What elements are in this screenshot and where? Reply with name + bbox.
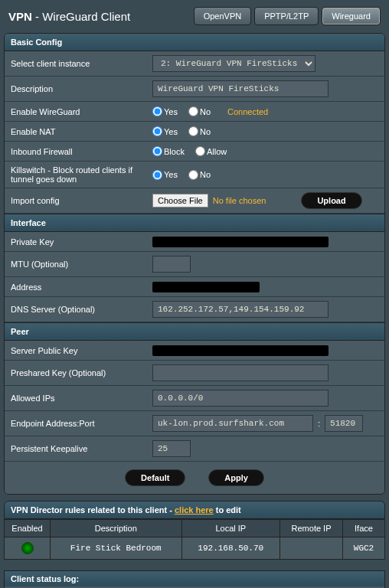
- killswitch-no[interactable]: [188, 170, 198, 180]
- mtu-label: MTU (Optional): [11, 260, 152, 269]
- private-key-input[interactable]: [152, 237, 329, 247]
- log-heading: Client status log:: [5, 571, 384, 586]
- col-description: Description: [51, 520, 182, 537]
- col-local-ip: Local IP: [181, 520, 280, 537]
- allowed-ips-label: Allowed IPs: [11, 394, 152, 403]
- dns-label: DNS Server (Optional): [11, 305, 152, 314]
- connection-status: Connected: [227, 107, 268, 116]
- enable-wg-no[interactable]: [188, 106, 198, 116]
- enable-toggle-icon[interactable]: [21, 542, 34, 554]
- col-enabled: Enabled: [5, 520, 51, 537]
- endpoint-host-input[interactable]: [152, 415, 313, 432]
- file-status: No file chosen: [213, 196, 266, 205]
- section-interface: Interface: [5, 214, 384, 232]
- psk-label: Preshared Key (Optional): [11, 368, 152, 377]
- endpoint-port-input[interactable]: [325, 415, 363, 432]
- choose-file-button[interactable]: Choose File: [152, 194, 208, 207]
- endpoint-label: Endpoint Address:Port: [11, 419, 152, 428]
- instance-select[interactable]: 2: WireGuard VPN FireSticks: [152, 55, 315, 72]
- log-panel: Client status log: interface: wgc2 publi…: [4, 570, 385, 588]
- config-panel: Basic Config Select client instance 2: W…: [4, 33, 385, 495]
- protocol-tabs: OpenVPN PPTP/L2TP Wireguard: [194, 7, 381, 25]
- director-table: Enabled Description Local IP Remote IP I…: [4, 519, 385, 560]
- row-iface: WGC2: [343, 537, 385, 560]
- enable-nat-yes[interactable]: [152, 126, 162, 136]
- dns-input[interactable]: [152, 301, 329, 318]
- section-basic: Basic Config: [5, 34, 384, 51]
- keepalive-label: Persistent Keepalive: [11, 444, 152, 453]
- instance-label: Select client instance: [11, 59, 152, 68]
- address-label: Address: [11, 283, 152, 292]
- killswitch-label: Killswitch - Block routed clients if tun…: [11, 165, 152, 184]
- row-description: Fire Stick Bedroom: [51, 537, 182, 560]
- upload-button[interactable]: Upload: [301, 192, 361, 209]
- enable-nat-no[interactable]: [188, 126, 198, 136]
- director-edit-link[interactable]: click here: [175, 505, 214, 514]
- inbound-fw-block[interactable]: [152, 146, 162, 156]
- tab-pptp[interactable]: PPTP/L2TP: [254, 7, 319, 25]
- enable-wg-yes[interactable]: [152, 106, 162, 116]
- description-input[interactable]: [152, 80, 329, 97]
- enable-wg-label: Enable WireGuard: [11, 107, 152, 116]
- row-local-ip: 192.168.50.70: [181, 537, 280, 560]
- server-pubkey-input[interactable]: [152, 345, 329, 356]
- col-remote-ip: Remote IP: [280, 520, 343, 537]
- server-pubkey-label: Server Public Key: [11, 346, 152, 355]
- enable-nat-label: Enable NAT: [11, 127, 152, 136]
- director-heading: VPN Director rules related to this clien…: [4, 501, 385, 519]
- apply-button[interactable]: Apply: [208, 469, 264, 486]
- import-config-label: Import config: [11, 196, 152, 205]
- mtu-input[interactable]: [152, 256, 191, 273]
- col-iface: Iface: [343, 520, 385, 537]
- tab-openvpn[interactable]: OpenVPN: [194, 7, 252, 25]
- killswitch-yes[interactable]: [152, 170, 162, 180]
- section-peer: Peer: [5, 322, 384, 341]
- row-remote-ip: [280, 537, 343, 560]
- inbound-fw-label: Inbound Firewall: [11, 147, 152, 156]
- tab-wireguard[interactable]: Wireguard: [322, 7, 381, 25]
- table-row: Fire Stick Bedroom 192.168.50.70 WGC2: [5, 537, 385, 560]
- page-title: VPN - WireGuard Client: [8, 10, 194, 23]
- inbound-fw-allow[interactable]: [195, 146, 205, 156]
- address-input[interactable]: [152, 282, 260, 292]
- psk-input[interactable]: [152, 364, 329, 381]
- description-label: Description: [11, 84, 152, 93]
- keepalive-input[interactable]: [152, 440, 191, 457]
- allowed-ips-input[interactable]: [152, 390, 329, 407]
- default-button[interactable]: Default: [125, 469, 185, 486]
- private-key-label: Private Key: [11, 237, 152, 247]
